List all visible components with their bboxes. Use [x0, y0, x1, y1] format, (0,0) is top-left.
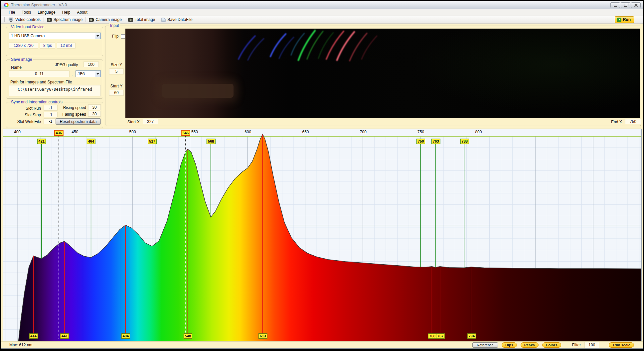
start-x-label: Start X	[127, 120, 140, 124]
flip-checkbox[interactable]	[121, 34, 125, 39]
toolbar-item-label: Video controls	[15, 17, 41, 22]
toolbar-separator	[85, 17, 86, 22]
name-label: Name	[11, 65, 22, 70]
falling-speed-field[interactable]: 30	[88, 111, 101, 117]
menu-file[interactable]: File	[5, 9, 18, 15]
filter-field[interactable]: 100	[584, 342, 599, 348]
end-x-label: End X	[611, 120, 622, 124]
format-select[interactable]: JPG	[76, 70, 101, 77]
format-value: JPG	[78, 71, 85, 76]
sync-group: Sync and integration controls Slot Run -…	[6, 102, 103, 128]
falling-speed-label: Falling speed	[59, 112, 86, 117]
run-button[interactable]: Run	[615, 16, 634, 23]
rising-speed-field[interactable]: 30	[88, 104, 101, 110]
video-device-select[interactable]: 1 HD USB Camera	[9, 33, 101, 39]
video-controls-icon	[9, 18, 14, 22]
app-icon	[4, 3, 9, 7]
save-icon	[161, 18, 166, 22]
path-label: Path for Images and Spectrum File	[10, 80, 72, 84]
input-group: Input Flip Size Y 5 Start Y 60	[105, 26, 641, 126]
play-icon	[617, 18, 621, 22]
input-group-title: Input	[109, 23, 120, 28]
menu-help[interactable]: Help	[59, 9, 74, 15]
colors-button[interactable]: Colors	[542, 342, 561, 348]
toolbar: Video controls Spectrum image Camera ima…	[1, 16, 643, 24]
resolution-box: 1280 x 720	[9, 43, 38, 49]
restore-icon	[624, 4, 627, 7]
slot-stop-label: Slot Stop	[6, 113, 41, 117]
camera-icon	[128, 18, 133, 22]
camera-preview	[125, 29, 640, 118]
toolbar-separator	[125, 17, 125, 22]
toolbar-save-datafile[interactable]: Save DataFile	[159, 17, 195, 22]
start-y-label: Start Y	[108, 84, 125, 88]
reference-button[interactable]: Reference	[472, 342, 498, 348]
path-field[interactable]: C:\Users\GaryG\Desktop\infrared	[9, 85, 101, 96]
close-button[interactable]	[631, 2, 641, 8]
reset-spectrum-button[interactable]: Reset spectrum data	[56, 118, 101, 125]
peaks-button[interactable]: Peaks	[521, 342, 539, 348]
video-device-value: 1 HD USB Camera	[11, 34, 45, 38]
menu-bar: File Tools Language Help About	[1, 9, 643, 16]
window-title: Theremino Spectrometer - V3.0	[11, 3, 67, 7]
chevron-down-icon[interactable]	[95, 33, 100, 39]
run-button-label: Run	[623, 17, 631, 22]
rising-speed-label: Rising speed	[59, 105, 86, 110]
trim-scale-button[interactable]: Trim scale	[609, 342, 634, 348]
video-input-group-title: Video Input Device	[10, 25, 46, 29]
filter-label: Filter	[572, 343, 581, 347]
close-icon	[634, 3, 638, 7]
toolbar-separator	[44, 17, 44, 22]
toolbar-item-label: Save DataFile	[167, 17, 192, 22]
spectrum-chart[interactable]: 4004505005506006507007508004365464214645…	[3, 129, 642, 342]
start-y-field[interactable]: 60	[109, 90, 124, 96]
client-area: Video Input Device 1 HD USB Camera 1280 …	[1, 24, 643, 348]
spectral-streaks-image	[125, 29, 640, 118]
save-image-group: Save image Name JPEG quality 100 0_11 . …	[6, 59, 103, 99]
minimize-icon	[614, 6, 617, 7]
camera-icon	[47, 18, 52, 22]
chevron-down-icon[interactable]	[95, 71, 100, 77]
toolbar-item-label: Camera image	[95, 17, 122, 22]
menu-tools[interactable]: Tools	[18, 9, 34, 15]
camera-icon	[89, 18, 94, 22]
menu-language[interactable]: Language	[34, 9, 59, 15]
size-y-label: Size Y	[108, 62, 125, 67]
slot-run-field[interactable]: -1	[44, 105, 58, 111]
sync-group-title: Sync and integration controls	[10, 100, 64, 104]
title-bar: Theremino Spectrometer - V3.0	[1, 1, 643, 9]
jpeg-quality-field[interactable]: 100	[83, 61, 99, 67]
start-x-field[interactable]: 327	[143, 119, 158, 124]
menu-about[interactable]: About	[74, 9, 90, 15]
fps-box: 8 fps	[40, 43, 55, 49]
status-controls: Reference Dips Peaks Colors Filter 100 T…	[472, 342, 634, 348]
toolbar-spectrum-image[interactable]: Spectrum image	[45, 17, 85, 22]
flip-label: Flip	[112, 34, 118, 39]
toolbar-video-controls[interactable]: Video controls	[6, 17, 43, 22]
video-input-group: Video Input Device 1 HD USB Camera 1280 …	[6, 27, 103, 56]
max-peak-readout: Max: 612 nm	[9, 343, 32, 347]
toolbar-item-label: Spectrum image	[54, 17, 82, 22]
spectrum-plot	[3, 129, 641, 342]
slot-run-label: Slot Run	[6, 106, 41, 111]
jpeg-quality-label: JPEG quality	[55, 62, 78, 67]
end-x-field[interactable]: 750	[625, 119, 641, 124]
save-image-group-title: Save image	[10, 57, 33, 62]
status-bar: Max: 612 nm Reference Dips Peaks Colors …	[1, 341, 643, 348]
toolbar-item-label: Total image	[135, 17, 155, 22]
toolbar-total-image[interactable]: Total image	[126, 17, 157, 22]
toolbar-camera-image[interactable]: Camera image	[86, 17, 124, 22]
name-ext-separator: .	[72, 72, 73, 76]
maximize-button[interactable]	[621, 2, 630, 8]
toolbar-grip	[4, 17, 5, 22]
minimize-button[interactable]	[610, 2, 620, 8]
exposure-box: 12 mS	[57, 43, 76, 49]
slot-writefile-label: Slot WriteFile	[6, 119, 41, 124]
size-y-field[interactable]: 5	[109, 68, 124, 74]
toolbar-separator	[158, 17, 158, 22]
file-name-field[interactable]: 0_11	[9, 70, 70, 77]
app-window: Theremino Spectrometer - V3.0 File Tools…	[1, 1, 643, 349]
caption-buttons	[610, 2, 641, 8]
slot-stop-field[interactable]: -1	[44, 112, 58, 117]
dips-button[interactable]: Dips	[502, 342, 517, 348]
